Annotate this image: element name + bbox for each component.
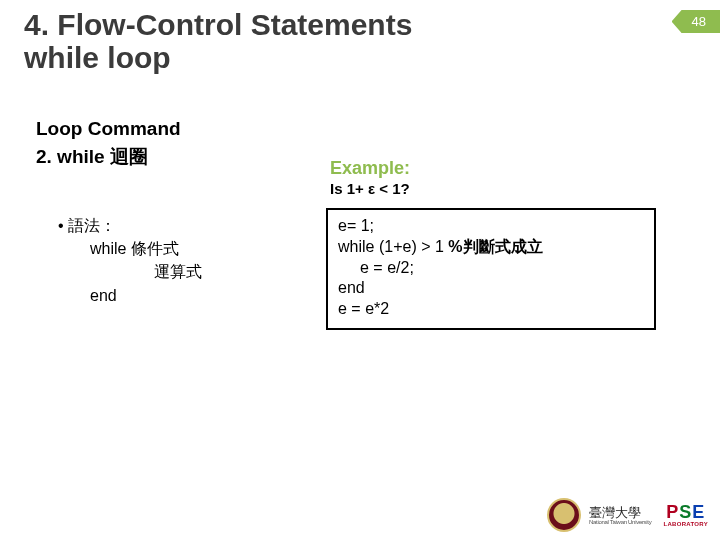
code-box: e= 1; while (1+e) > 1 %判斷式成立 e = e/2; en… <box>326 208 656 330</box>
pse-laboratory-label: LABORATORY <box>663 521 708 527</box>
example-question: Is 1+ ε < 1? <box>330 180 410 197</box>
pse-letter-p: P <box>666 502 679 522</box>
subheading-loop-command: Loop Command <box>36 118 181 140</box>
code-line-2a: while (1+e) > 1 <box>338 238 448 255</box>
page-number: 48 <box>692 14 706 29</box>
syntax-end-line: end <box>90 284 202 307</box>
title-line-1: 4. Flow-Control Statements <box>24 8 412 41</box>
pse-letter-s: S <box>679 502 692 522</box>
university-name-en: National Taiwan University <box>589 519 651 525</box>
code-line-5: e = e*2 <box>338 299 644 320</box>
code-line-2: while (1+e) > 1 %判斷式成立 <box>338 237 644 258</box>
page-number-badge: 48 <box>672 10 720 33</box>
example-label: Example: <box>330 158 410 179</box>
title-line-2: while loop <box>24 41 171 74</box>
footer: 臺灣大學 National Taiwan University PSE LABO… <box>547 498 708 532</box>
code-line-4: end <box>338 278 644 299</box>
code-line-2-comment: %判斷式成立 <box>448 238 542 255</box>
pse-letter-e: E <box>692 502 705 522</box>
syntax-operation-line: 運算式 <box>154 260 202 283</box>
syntax-while-line: while 條件式 <box>90 237 202 260</box>
subheading-while: 2. while 迴圈 <box>36 144 148 170</box>
slide-title: 4. Flow-Control Statements while loop <box>24 8 444 74</box>
pse-letters: PSE <box>666 503 705 521</box>
university-name-cn: 臺灣大學 <box>589 506 651 519</box>
syntax-block: • 語法： while 條件式 運算式 end <box>58 214 202 307</box>
syntax-bullet: • 語法： <box>58 214 116 237</box>
code-line-3: e = e/2; <box>360 258 644 279</box>
code-line-1: e= 1; <box>338 216 644 237</box>
pse-logo: PSE LABORATORY <box>663 503 708 527</box>
university-seal-icon <box>547 498 581 532</box>
university-text: 臺灣大學 National Taiwan University <box>589 506 651 525</box>
